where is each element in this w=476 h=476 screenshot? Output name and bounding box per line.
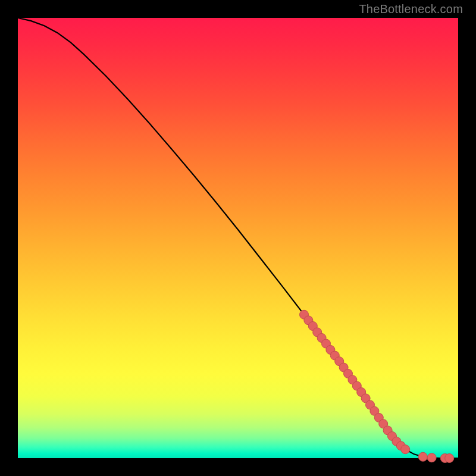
curve-line [18, 18, 458, 458]
marker-group [300, 310, 454, 462]
data-marker [418, 452, 427, 461]
plot-area [18, 18, 458, 458]
chart-frame: TheBottleneck.com [0, 0, 476, 476]
data-marker [401, 445, 410, 454]
data-marker [427, 453, 436, 462]
chart-svg [18, 18, 458, 458]
data-marker [445, 454, 454, 463]
watermark-text: TheBottleneck.com [359, 2, 463, 16]
